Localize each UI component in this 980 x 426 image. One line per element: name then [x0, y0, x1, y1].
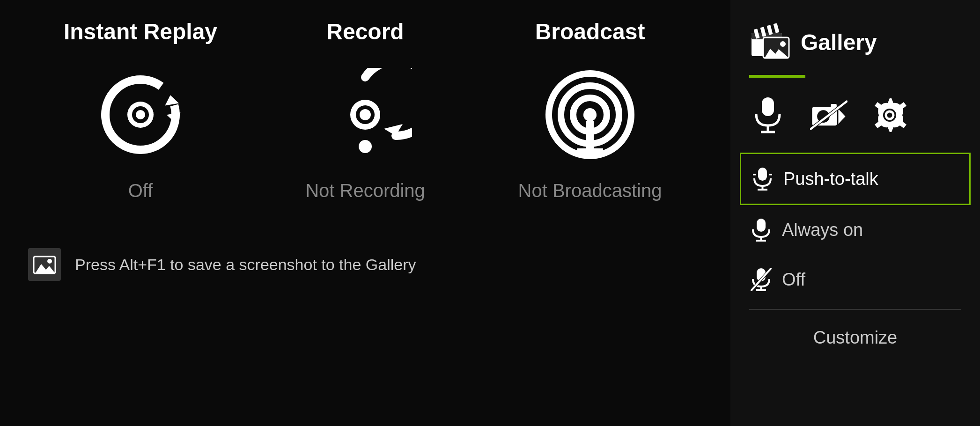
- broadcast-title: Broadcast: [535, 19, 645, 44]
- instant-replay-status: Off: [128, 180, 153, 201]
- main-panel: Instant Replay Off: [0, 0, 730, 426]
- feature-row: Instant Replay Off: [28, 19, 702, 201]
- push-to-talk-item[interactable]: Push-to-talk: [740, 153, 971, 205]
- always-on-icon: [749, 218, 773, 242]
- svg-marker-39: [838, 109, 845, 124]
- broadcast-section: Broadcast: [478, 19, 702, 201]
- svg-rect-50: [757, 219, 766, 232]
- green-divider: [749, 75, 805, 78]
- camera-off-button[interactable]: [810, 96, 847, 134]
- svg-rect-33: [762, 97, 774, 116]
- record-icon[interactable]: [314, 63, 417, 166]
- mic-off-item[interactable]: Off: [730, 255, 980, 304]
- screenshot-hint-row: Press Alt+F1 to save a screenshot to the…: [28, 248, 702, 281]
- broadcast-status: Not Broadcasting: [518, 180, 662, 201]
- gallery-label: Gallery: [801, 29, 877, 55]
- svg-rect-20: [577, 148, 603, 156]
- microphone-button[interactable]: [749, 96, 787, 134]
- icons-row: [730, 87, 980, 143]
- svg-rect-29: [774, 23, 780, 33]
- record-status: Not Recording: [305, 180, 425, 201]
- svg-point-23: [47, 259, 52, 264]
- broadcast-icon[interactable]: [538, 63, 641, 166]
- svg-point-7: [359, 140, 372, 153]
- gallery-icon: [749, 23, 791, 61]
- settings-button[interactable]: [871, 96, 908, 134]
- svg-marker-1: [163, 94, 179, 106]
- svg-point-18: [583, 108, 597, 121]
- record-section: Record Not Recording: [253, 19, 478, 201]
- push-to-talk-label: Push-to-talk: [783, 169, 878, 189]
- svg-rect-19: [586, 121, 594, 151]
- svg-point-10: [360, 109, 371, 120]
- customize-label: Customize: [813, 328, 898, 347]
- instant-replay-section: Instant Replay Off: [28, 19, 253, 201]
- svg-point-32: [780, 41, 786, 47]
- svg-rect-45: [758, 168, 767, 181]
- screenshot-icon: [28, 248, 61, 281]
- sidebar: Gallery: [730, 0, 980, 426]
- always-on-label: Always on: [782, 220, 863, 240]
- mic-off-label: Off: [782, 270, 805, 290]
- always-on-item[interactable]: Always on: [730, 205, 980, 255]
- menu-divider: [749, 309, 961, 310]
- mic-off-icon: [749, 268, 773, 291]
- svg-marker-22: [35, 264, 55, 273]
- instant-replay-title: Instant Replay: [64, 19, 217, 44]
- record-title: Record: [326, 19, 404, 44]
- svg-point-5: [136, 110, 145, 119]
- gallery-row[interactable]: Gallery: [730, 14, 980, 70]
- customize-item[interactable]: Customize: [730, 315, 980, 361]
- push-to-talk-icon: [751, 167, 774, 191]
- screenshot-hint-text: Press Alt+F1 to save a screenshot to the…: [75, 256, 416, 274]
- instant-replay-icon[interactable]: [89, 63, 192, 166]
